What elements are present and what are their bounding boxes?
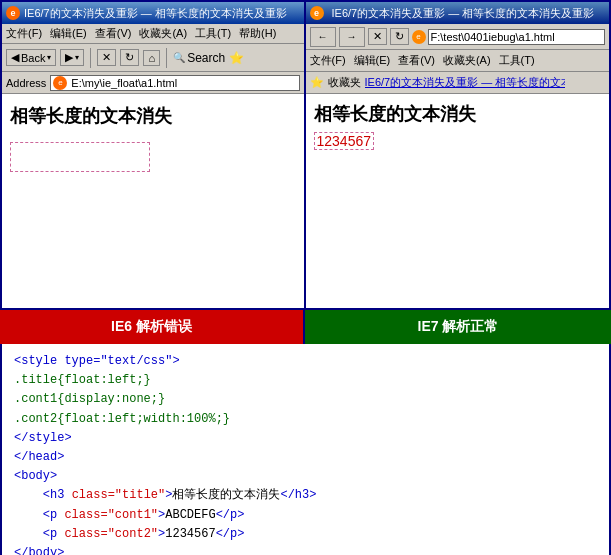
ie6-titlebar: e IE6/7的文本消失及重影 — 相等长度的文本消失及重影 xyxy=(2,2,304,24)
ie7-refresh-button[interactable]: ↻ xyxy=(390,28,409,45)
forward-dropdown-icon: ▾ xyxy=(75,53,79,62)
code-line-4: </style> xyxy=(14,429,597,448)
toolbar-separator2 xyxy=(166,48,167,68)
search-icon: 🔍 xyxy=(173,52,185,63)
code-line-0: <style type="text/css"> xyxy=(14,352,597,371)
code-line-7: <h3 class="title">相等长度的文本消失</h3> xyxy=(14,486,597,505)
ie7-menubar: 文件(F) 编辑(E) 查看(V) 收藏夹(A) 工具(T) xyxy=(306,50,610,72)
favorites-icon: ⭐ xyxy=(229,51,244,65)
toolbar-separator xyxy=(90,48,91,68)
ie6-address-input[interactable]: e E:\my\ie_float\a1.html xyxy=(50,75,299,91)
ie6-titlebar-text: IE6/7的文本消失及重影 — 相等长度的文本消失及重影 xyxy=(24,6,287,21)
ie6-titlebar-icon: e xyxy=(6,6,20,20)
ie7-menu-fav[interactable]: 收藏夹(A) xyxy=(443,53,491,68)
menu-edit[interactable]: 编辑(E) xyxy=(50,26,87,41)
ie6-menubar: 文件(F) 编辑(E) 查看(V) 收藏夹(A) 工具(T) 帮助(H) xyxy=(2,24,304,44)
ie6-search[interactable]: 🔍 Search xyxy=(173,51,225,65)
ie7-menu-file[interactable]: 文件(F) xyxy=(310,53,346,68)
browser-ie6: e IE6/7的文本消失及重影 — 相等长度的文本消失及重影 文件(F) 编辑(… xyxy=(2,2,306,308)
ie7-forward-button[interactable]: → xyxy=(339,27,365,47)
ie7-back-button[interactable]: ← xyxy=(310,27,336,47)
ie7-menu-view[interactable]: 查看(V) xyxy=(398,53,435,68)
ie7-address-input[interactable]: F:\test\0401iebug\a1.html xyxy=(428,29,606,45)
ie7-address-value: F:\test\0401iebug\a1.html xyxy=(431,31,555,43)
labels-row: IE6 解析错误 IE7 解析正常 xyxy=(0,310,611,344)
ie7-stop-button[interactable]: ✕ xyxy=(368,28,387,45)
back-label: Back xyxy=(21,52,45,64)
browsers-row: e IE6/7的文本消失及重影 — 相等长度的文本消失及重影 文件(F) 编辑(… xyxy=(0,0,611,310)
ie7-favbar: ⭐ 收藏夹 IE6/7的文本消失及重影 — 相等长度的文本消失… xyxy=(306,72,610,94)
ie6-address-value: E:\my\ie_float\a1.html xyxy=(71,77,177,89)
fav-link[interactable]: IE6/7的文本消失及重影 — 相等长度的文本消失… xyxy=(365,75,565,90)
back-dropdown-icon: ▾ xyxy=(47,53,51,62)
code-line-1: .title{float:left;} xyxy=(14,371,597,390)
address-icon: e xyxy=(53,76,67,90)
code-line-3: .cont2{float:left;width:100%;} xyxy=(14,410,597,429)
ie6-label: IE6 解析错误 xyxy=(0,310,305,344)
ie6-heading: 相等长度的文本消失 xyxy=(10,104,172,128)
search-label: Search xyxy=(187,51,225,65)
menu-help[interactable]: 帮助(H) xyxy=(239,26,276,41)
forward-button[interactable]: ▶ ▾ xyxy=(60,49,84,66)
menu-view[interactable]: 查看(V) xyxy=(95,26,132,41)
code-line-2: .cont1{display:none;} xyxy=(14,390,597,409)
ie6-addressbar: Address e E:\my\ie_float\a1.html xyxy=(2,72,304,94)
menu-fav[interactable]: 收藏夹(A) xyxy=(139,26,187,41)
ie7-titlebar-icon: e xyxy=(310,6,324,20)
forward-arrow-icon: ▶ xyxy=(65,51,73,64)
ie6-toolbar: ◀ Back ▾ ▶ ▾ ✕ ↻ ⌂ 🔍 Search ⭐ xyxy=(2,44,304,72)
ie7-menu-edit[interactable]: 编辑(E) xyxy=(354,53,391,68)
code-line-9: <p class="cont2">1234567</p> xyxy=(14,525,597,544)
back-arrow-icon: ◀ xyxy=(11,51,19,64)
stop-button[interactable]: ✕ xyxy=(97,49,116,66)
browser-ie7: e IE6/7的文本消失及重影 — 相等长度的文本消失及重影 ← → ✕ ↻ e… xyxy=(306,2,610,308)
fav-star-icon: ⭐ xyxy=(310,76,324,89)
ie7-address-icon: e xyxy=(412,30,426,44)
fav-label: 收藏夹 xyxy=(328,75,361,90)
code-line-6: <body> xyxy=(14,467,597,486)
code-line-8: <p class="cont1">ABCDEFG</p> xyxy=(14,506,597,525)
ie6-label-text: IE6 解析错误 xyxy=(111,318,192,336)
ie7-content: 相等长度的文本消失 1234567 xyxy=(306,94,610,308)
code-line-5: </head> xyxy=(14,448,597,467)
address-label: Address xyxy=(6,77,46,89)
ie6-dashed-box xyxy=(10,142,150,172)
ie7-number: 1234567 xyxy=(314,132,375,150)
ie7-titlebar-text: IE6/7的文本消失及重影 — 相等长度的文本消失及重影 xyxy=(332,6,595,21)
ie7-menu-tools[interactable]: 工具(T) xyxy=(499,53,535,68)
ie7-toolbar: ← → ✕ ↻ e F:\test\0401iebug\a1.html xyxy=(306,24,610,50)
ie7-label: IE7 解析正常 xyxy=(305,310,611,344)
code-line-10: </body> xyxy=(14,544,597,555)
main-container: e IE6/7的文本消失及重影 — 相等长度的文本消失及重影 文件(F) 编辑(… xyxy=(0,0,611,555)
menu-tools[interactable]: 工具(T) xyxy=(195,26,231,41)
ie7-label-text: IE7 解析正常 xyxy=(418,318,499,336)
ie6-content: 相等长度的文本消失 xyxy=(2,94,304,308)
back-button[interactable]: ◀ Back ▾ xyxy=(6,49,56,66)
code-section: <style type="text/css"> .title{float:lef… xyxy=(0,344,611,555)
refresh-button[interactable]: ↻ xyxy=(120,49,139,66)
menu-file[interactable]: 文件(F) xyxy=(6,26,42,41)
home-button[interactable]: ⌂ xyxy=(143,50,160,66)
ie7-titlebar: e IE6/7的文本消失及重影 — 相等长度的文本消失及重影 xyxy=(306,2,610,24)
ie7-heading: 相等长度的文本消失 xyxy=(314,102,602,126)
